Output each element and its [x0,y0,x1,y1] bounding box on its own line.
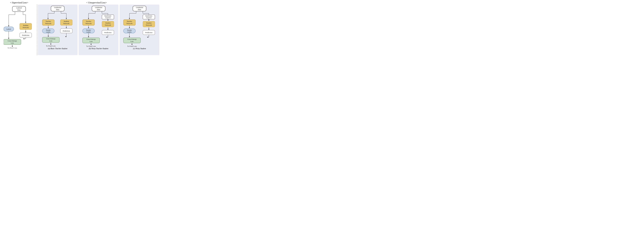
svg-text:Teacher: Teacher [127,20,132,22]
svg-text:Labels: Labels [127,31,132,33]
noisy-ts-diagram: Unlabeled Data RandAudio Augment [81,5,116,47]
svg-text:Loss: Loss [49,40,52,42]
panel-basic: Unlabeled Data Teacher Network Student [38,4,78,55]
unsupervised-label: < Unsupervised Loss> [86,1,107,4]
svg-text:Student: Student [23,24,28,26]
svg-marker-37 [48,18,48,19]
svg-marker-54 [66,27,67,28]
svg-text:Labels: Labels [46,31,50,33]
supervised-label: < Supervised Loss> [10,1,28,4]
panel-noisy-ts: Unlabeled Data RandAudio Augment [79,4,118,55]
svg-marker-41 [66,18,67,19]
svg-text:Cross-Entropy: Cross-Entropy [8,40,17,42]
svg-marker-144 [147,37,148,38]
svg-text:Unlabeled: Unlabeled [136,6,143,8]
svg-text:Network: Network [45,22,51,24]
svg-marker-58 [48,36,49,37]
svg-marker-124 [148,20,149,21]
svg-text:Prediction: Prediction [145,31,152,33]
svg-text:Network: Network [86,22,92,24]
svg-text:Prediction: Prediction [63,30,70,32]
svg-text:RandAudio: RandAudio [146,15,152,17]
svg-text:Pseudo: Pseudo [127,29,132,31]
svg-marker-10 [25,22,26,23]
svg-text:Loss: Loss [11,42,14,44]
svg-text:Teacher: Teacher [46,20,51,22]
svg-text:Unlabeled: Unlabeled [54,6,61,8]
svg-text:Labels: Labels [6,28,11,30]
diagrams-row: Labeled Data Student Network [1,4,160,55]
top-labels: < Supervised Loss> < Unsupervised Loss> [1,1,160,4]
main-container: < Supervised Loss> < Unsupervised Loss> … [0,0,161,56]
svg-marker-6 [8,25,9,27]
caption-basic: (a) Basic Teacher-Student [48,47,67,50]
svg-text:Loss: Loss [90,40,93,42]
svg-text:Data: Data [138,8,141,10]
noisy-student-diagram: Unlabeled Data RandAudio Augment Teach [122,5,157,47]
svg-text:Cross-Entropy: Cross-Entropy [46,38,56,40]
svg-text:To Final Loss: To Final Loss [46,45,56,47]
svg-marker-91 [88,27,89,28]
svg-marker-15 [25,31,26,33]
svg-marker-21 [8,38,9,39]
svg-text:Prediction: Prediction [104,31,112,33]
svg-text:Data: Data [56,8,59,10]
svg-text:Network: Network [63,22,70,24]
svg-text:Student: Student [146,22,152,24]
svg-text:Data: Data [18,9,21,11]
svg-text:Student: Student [105,22,110,24]
svg-text:Network: Network [126,22,132,24]
svg-text:Network: Network [146,24,152,26]
svg-text:Pseudo: Pseudo [86,29,91,31]
svg-marker-24 [23,38,24,39]
svg-text:Cross-Entropy: Cross-Entropy [127,38,137,40]
svg-text:RandAudio: RandAudio [104,15,112,17]
svg-marker-49 [48,27,49,28]
svg-text:Labels: Labels [86,31,91,33]
svg-marker-137 [148,29,149,30]
supervised-diagram: Labeled Data Student Network [4,5,34,48]
svg-text:Prediction: Prediction [22,34,29,36]
svg-marker-132 [129,27,130,28]
svg-marker-116 [129,18,130,19]
panel-noisy-student: Unlabeled Data RandAudio Augment Teach [120,4,160,55]
panel-supervised: Labeled Data Student Network [1,4,37,55]
svg-text:Augment: Augment [105,17,111,18]
svg-text:To Final Loss: To Final Loss [86,45,96,47]
svg-text:To Final Loss: To Final Loss [127,45,137,47]
svg-text:Augment: Augment [146,17,152,18]
svg-text:Data: Data [97,8,100,10]
svg-marker-61 [65,36,66,37]
svg-marker-100 [88,36,89,37]
svg-text:Labeled: Labeled [16,7,22,9]
svg-text:Network: Network [22,26,29,28]
svg-text:Unlabeled: Unlabeled [95,6,102,8]
svg-text:Pseudo: Pseudo [46,29,51,31]
svg-marker-83 [108,20,108,21]
svg-marker-74 [88,18,89,19]
svg-text:Cross-Entropy: Cross-Entropy [86,38,96,40]
svg-marker-141 [129,36,130,37]
svg-text:Student: Student [64,20,69,22]
svg-marker-103 [106,37,107,38]
svg-text:Network: Network [105,24,111,26]
svg-text:Loss: Loss [130,40,134,42]
caption-noisy-ts: (b) Noisy Teacher-Student [89,47,108,50]
basic-ts-diagram: Unlabeled Data Teacher Network Student [42,5,74,47]
svg-text:Teacher: Teacher [86,20,92,22]
svg-text:To Final Loss: To Final Loss [8,47,17,48]
caption-noisy-student: (c) Noisy Student [133,47,146,50]
svg-marker-96 [108,29,108,30]
